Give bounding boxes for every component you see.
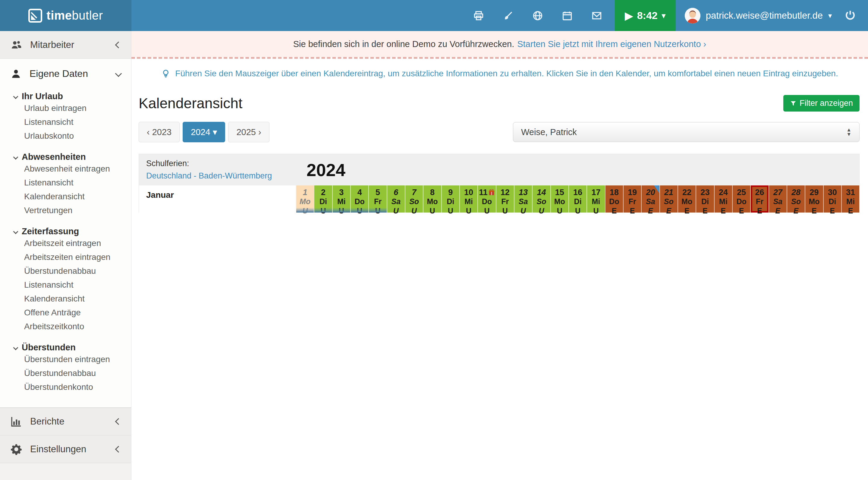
school-holiday-stripe <box>369 208 386 213</box>
chevron-down-icon <box>115 70 122 77</box>
sidebar-item[interactable]: Listenansicht <box>0 115 131 129</box>
logo-text: timebutler <box>46 9 103 22</box>
chevron-left-icon <box>115 418 122 425</box>
mail-icon[interactable] <box>591 10 603 22</box>
sidebar-item[interactable]: Überstundenabbau <box>0 264 131 278</box>
sidebar-item[interactable]: Kalenderansicht <box>0 190 131 204</box>
day-cell[interactable]: 29MoE <box>805 185 823 213</box>
sidebar-item[interactable]: Urlaub eintragen <box>0 101 131 115</box>
day-cell[interactable]: 15MoU <box>550 185 568 213</box>
year-next-button[interactable]: 2025 › <box>228 122 269 142</box>
demo-banner-link[interactable]: Starten Sie jetzt mit Ihrem eigenen Nutz… <box>517 39 706 49</box>
chevron-down-icon: ▾ <box>828 11 832 20</box>
bar-chart-icon <box>10 416 22 427</box>
sidebar-group-header[interactable]: Überstunden <box>0 342 131 353</box>
sidebar-item[interactable]: Abwesenheit eintragen <box>0 162 131 176</box>
day-cell[interactable]: 27SaE <box>769 185 786 213</box>
play-icon: ▶ <box>625 10 633 22</box>
printer-icon[interactable] <box>472 10 485 22</box>
day-cell[interactable]: 3MiU <box>332 185 350 213</box>
brush-icon[interactable] <box>502 10 514 22</box>
chevron-left-icon <box>115 446 122 453</box>
day-cell[interactable]: 1MoU <box>296 185 314 213</box>
school-holiday-stripe <box>351 208 368 213</box>
info-banner: Führen Sie den Mauszeiger über einen Kal… <box>131 59 868 88</box>
chevron-down-icon <box>13 94 19 99</box>
top-bar: timebutler ▶ 8:42 ▾ patrick.weise@timebu… <box>0 0 868 31</box>
schulferien-label: Schulferien: <box>146 159 296 168</box>
day-cell[interactable]: 9DiU <box>441 185 459 213</box>
day-cell[interactable]: 10MiU <box>459 185 477 213</box>
globe-icon[interactable] <box>532 10 544 22</box>
day-cell[interactable]: 20SaE <box>641 185 659 213</box>
sidebar-item[interactable]: Listenansicht <box>0 176 131 190</box>
sidebar-item[interactable]: Überstundenabbau <box>0 366 131 380</box>
day-cell[interactable]: 21SoE <box>659 185 678 213</box>
user-menu[interactable]: patrick.weise@timebutler.de ▾ <box>676 8 841 24</box>
day-cell[interactable]: 5FrU <box>368 185 386 213</box>
day-cell[interactable]: 25DoE <box>732 185 750 213</box>
sidebar-group-header[interactable]: Zeiterfassung <box>0 227 131 236</box>
sidebar-item[interactable]: Urlaubskonto <box>0 129 131 143</box>
own-data-groups: Ihr UrlaubUrlaub eintragenListenansichtU… <box>0 91 131 394</box>
day-cell[interactable]: 24MiE <box>714 185 732 213</box>
day-cell[interactable]: 30DiE <box>823 185 841 213</box>
sidebar-item-einstellungen[interactable]: Einstellungen <box>0 436 131 463</box>
logout-button[interactable] <box>841 9 868 22</box>
page-title: Kalenderansicht <box>138 95 860 112</box>
day-cell[interactable]: 7SoU <box>405 185 423 213</box>
sidebar-item-eigene-daten[interactable]: Eigene Daten <box>0 59 131 82</box>
day-cell[interactable]: 23DiE <box>695 185 714 213</box>
day-cell[interactable]: 11DoU <box>477 185 495 213</box>
day-cell[interactable]: 17MiU <box>587 185 604 213</box>
day-cell[interactable]: 22MoE <box>678 185 695 213</box>
sidebar-item[interactable]: Arbeitszeitkonto <box>0 320 131 333</box>
sidebar-item-berichte[interactable]: Berichte <box>0 408 131 436</box>
school-holiday-stripe <box>314 208 332 213</box>
person-select[interactable]: Weise, Patrick ▲▼ <box>513 122 860 142</box>
day-cell[interactable]: 18DoE <box>605 185 623 213</box>
app-logo[interactable]: timebutler <box>0 0 131 31</box>
sidebar-group: ZeiterfassungArbeitszeit eintragenArbeit… <box>0 227 131 333</box>
sidebar-own-data: Eigene Daten Ihr UrlaubUrlaub eintragenL… <box>0 59 131 408</box>
school-holiday-stripe <box>296 208 314 213</box>
sidebar-item[interactable]: Kalenderansicht <box>0 292 131 306</box>
day-cell[interactable]: 2DiU <box>314 185 332 213</box>
sidebar-item[interactable]: Überstundenkonto <box>0 380 131 394</box>
calendar-icon[interactable] <box>561 10 573 22</box>
time-tracker-button[interactable]: ▶ 8:42 ▾ <box>615 0 676 31</box>
day-cell[interactable]: 4DoU <box>350 185 368 213</box>
sidebar-item[interactable]: Arbeitszeiten eintragen <box>0 250 131 264</box>
day-cell[interactable]: 31MiE <box>841 185 859 213</box>
select-spinner-icon: ▲▼ <box>846 127 851 137</box>
sidebar-item[interactable]: Listenansicht <box>0 278 131 292</box>
sidebar-item[interactable]: Vertretungen <box>0 204 131 217</box>
calendar-year: 2024 <box>307 160 345 180</box>
sidebar-item[interactable]: Arbeitszeit eintragen <box>0 236 131 250</box>
day-cell[interactable]: 16DiU <box>568 185 587 213</box>
day-cell[interactable]: 19FrE <box>623 185 641 213</box>
region-link[interactable]: Deutschland - Baden-Württemberg <box>146 171 296 181</box>
day-cell[interactable]: 28SoE <box>786 185 805 213</box>
year-prev-button[interactable]: ‹ 2023 <box>138 122 180 142</box>
sidebar-group-header[interactable]: Abwesenheiten <box>0 152 131 162</box>
day-cell[interactable]: 8MoU <box>423 185 441 213</box>
user-icon <box>10 68 22 79</box>
day-cell[interactable]: 6SaU <box>387 185 405 213</box>
sidebar-group-header[interactable]: Ihr Urlaub <box>0 91 131 101</box>
day-cell[interactable]: 13SaU <box>514 185 532 213</box>
timebutler-logo-icon <box>28 9 42 23</box>
day-cell[interactable]: 26FrE <box>750 185 768 213</box>
sidebar-item[interactable]: Offene Anträge <box>0 306 131 320</box>
filter-button[interactable]: Filter anzeigen <box>783 95 860 112</box>
year-current-button[interactable]: 2024 ▾ <box>183 122 225 142</box>
sidebar-item-mitarbeiter[interactable]: Mitarbeiter <box>0 31 131 59</box>
sidebar-group: Ihr UrlaubUrlaub eintragenListenansichtU… <box>0 91 131 143</box>
demo-banner: Sie befinden sich in der online Demo zu … <box>131 31 868 57</box>
month-label: Januar <box>139 185 296 213</box>
day-cell[interactable]: 14SoU <box>532 185 550 213</box>
sidebar-item[interactable]: Überstunden eintragen <box>0 353 131 366</box>
chevron-down-icon <box>13 229 19 234</box>
lightbulb-icon <box>161 69 170 78</box>
day-cell[interactable]: 12FrU <box>496 185 514 213</box>
